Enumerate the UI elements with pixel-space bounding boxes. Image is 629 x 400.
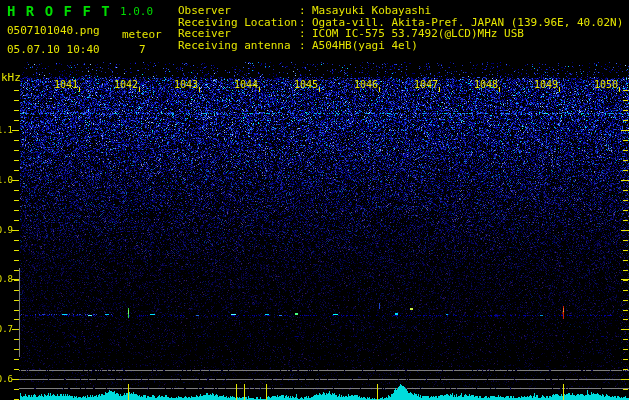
spectrogram-canvas [0,0,629,400]
y-tick-label: 1.1 [0,125,13,135]
y-tick-label: 0.9 [0,225,13,235]
output-filename: 0507101040.png [7,24,100,37]
y-axis-unit-label: kHz [1,71,21,84]
info-row-antenna: Receiving antenna:A504HB(yagi 4el) [178,40,623,52]
info-label: Receiving antenna [178,40,299,52]
y-tick-label: 1.0 [0,175,13,185]
x-tick-label: 1044 [234,79,258,90]
y-tick-label: 0.7 [0,324,13,334]
info-value: A504HB(yagi 4el) [305,40,418,52]
hrofft-screen: H R O F F T 1.0.0 0507101040.png meteor … [0,0,629,400]
x-tick-label: 1042 [114,79,138,90]
datetime-label: 05.07.10 10:40 [7,43,100,56]
info-value: Masayuki Kobayashi [305,5,431,17]
x-tick-label: 1047 [414,79,438,90]
x-tick-label: 1041 [54,79,78,90]
mode-label: meteor [122,28,162,41]
x-tick-label: 1046 [354,79,378,90]
y-tick-label: 0.6 [0,374,13,384]
app-title: H R O F F T [7,3,111,19]
y-tick-label: 0.8 [0,274,13,284]
x-tick-label: 1043 [174,79,198,90]
station-info: Observer:Masayuki Kobayashi Receiving Lo… [178,5,623,52]
x-tick-label: 1049 [534,79,558,90]
meteor-count: 7 [139,43,146,56]
info-row-observer: Observer:Masayuki Kobayashi [178,5,623,17]
x-tick-label: 1045 [294,79,318,90]
x-tick-label: 1048 [474,79,498,90]
app-version: 1.0.0 [120,5,153,18]
x-tick-label: 1050 [594,79,618,90]
info-label: Observer [178,5,299,17]
